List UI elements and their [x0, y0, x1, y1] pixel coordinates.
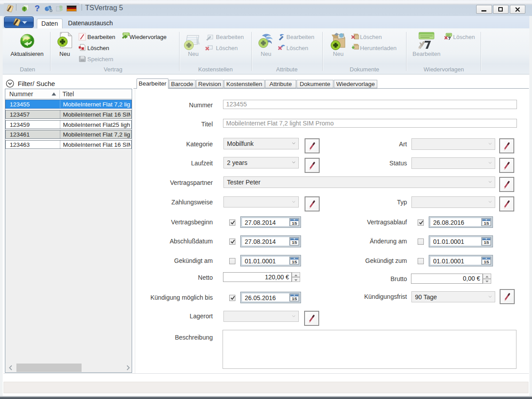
svg-text:15: 15	[484, 259, 489, 264]
svg-text:15: 15	[292, 259, 297, 264]
svg-text:15: 15	[292, 296, 297, 301]
svg-text:15: 15	[484, 221, 489, 225]
svg-text:15: 15	[484, 240, 489, 245]
svg-text:15: 15	[292, 240, 297, 245]
svg-text:15: 15	[292, 221, 297, 225]
